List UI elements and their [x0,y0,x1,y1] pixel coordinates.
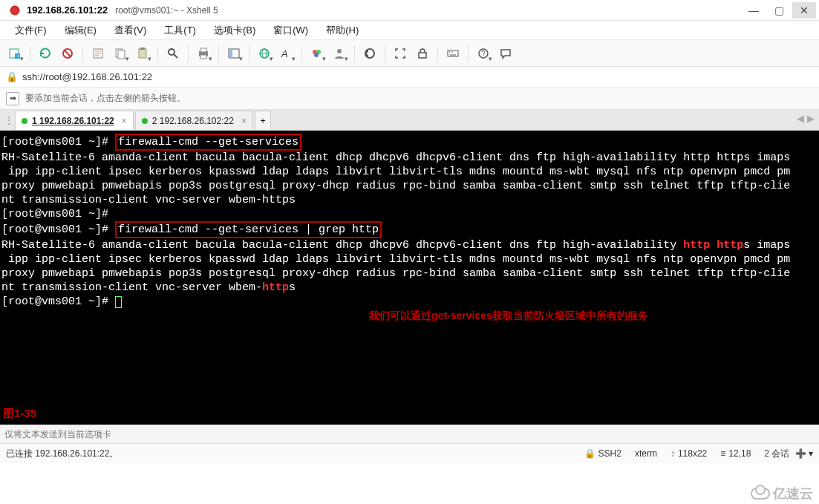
window-subtitle: root@vms001:~ - Xshell 5 [115,5,218,16]
disconnect-icon[interactable] [57,43,78,64]
tab-scroll-arrows[interactable]: ◀ ▶ [797,113,815,124]
command-text: firewall-cmd --get-services [118,136,298,148]
status-sessions: 2 会话 ➕ ▾ [764,448,813,460]
font-icon[interactable]: A [276,43,297,64]
terminal-output: ipp ipp-client ipsec kerberos kpasswd ld… [1,253,790,294]
status-dot-icon [22,118,27,124]
svg-point-27 [314,53,319,57]
menu-tabs[interactable]: 选项卡(B) [206,22,263,39]
status-protocol: 🔒 SSH2 [584,448,621,459]
svg-point-14 [169,49,174,55]
properties-icon[interactable] [88,43,108,64]
user-icon[interactable] [329,43,350,64]
panel-icon[interactable] [223,43,244,64]
tab-add-button[interactable]: + [255,111,271,130]
prompt: [root@vms001 ~]# [1,223,108,236]
grep-match: http [262,281,289,294]
address-bar: 🔒 ssh://root@192.168.26.101:22 [0,67,819,88]
svg-rect-13 [140,48,145,50]
compose-bar [0,425,819,444]
svg-text:A: A [281,48,288,59]
svg-point-28 [337,49,342,53]
tab-session-1[interactable]: 1 192.168.26.101:22 × [15,111,134,130]
tab-menu-icon[interactable]: ⋮ [3,111,15,130]
terminal-output: RH-Satellite-6 amanda-client bacula bacu… [1,151,790,206]
close-button[interactable]: ✕ [792,2,816,19]
svg-point-0 [10,6,19,15]
menu-file[interactable]: 文件(F) [7,22,54,39]
title-bar: 192.168.26.101:22 root@vms001:~ - Xshell… [0,0,819,21]
print-icon[interactable] [193,43,214,64]
toolbar: + A ? [0,40,819,67]
add-session-arrow-button[interactable]: ➡ [6,92,19,105]
menu-edit[interactable]: 编辑(E) [57,22,104,39]
menu-tools[interactable]: 工具(T) [157,22,203,39]
tab-label: 1 192.168.26.101:22 [32,116,114,126]
terminal[interactable]: [root@vms001 ~]# firewall-cmd --get-serv… [0,131,819,425]
cursor-icon [115,296,122,308]
grep-match: http [717,239,743,252]
status-terminal-type: xterm [635,448,657,459]
status-connection: 已连接 192.168.26.101:22。 [6,448,118,460]
fullscreen-icon[interactable] [390,43,411,64]
window-title: 192.168.26.101:22 [27,4,108,16]
encoding-icon[interactable] [254,43,275,64]
compose-input[interactable] [0,429,819,439]
menu-view[interactable]: 查看(V) [107,22,154,39]
highlight-box: firewall-cmd --get-services | grep http [115,221,382,238]
svg-rect-30 [419,53,426,58]
tab-close-icon[interactable]: × [241,116,247,126]
svg-text:+: + [16,53,20,59]
svg-rect-18 [200,55,206,59]
new-session-icon[interactable]: + [4,43,25,64]
prompt: [root@vms001 ~]# [1,136,108,148]
status-size: 118x22 [670,448,707,459]
minimize-button[interactable]: — [742,2,766,19]
menu-bar: 文件(F) 编辑(E) 查看(V) 工具(T) 选项卡(B) 窗口(W) 帮助(… [0,21,819,40]
svg-rect-20 [229,49,232,58]
script-icon[interactable] [359,43,380,64]
svg-line-5 [65,50,71,56]
command-text: firewall-cmd --get-services | grep http [118,223,379,236]
help-icon[interactable]: ? [473,43,494,64]
figure-label: 图1-35 [3,406,36,420]
status-dot-icon [142,118,148,124]
status-bar: 已连接 192.168.26.101:22。 🔒 SSH2 xterm 118x… [0,444,819,463]
app-logo-icon [9,4,21,16]
chat-icon[interactable] [495,43,516,64]
color-icon[interactable] [307,43,327,64]
ssh-lock-icon: 🔒 [6,71,18,82]
svg-rect-12 [139,49,146,58]
copy-icon[interactable] [110,43,131,64]
address-text[interactable]: ssh://root@192.168.26.101:22 [22,71,152,82]
reconnect-icon[interactable] [35,43,56,64]
highlight-box: firewall-cmd --get-services [115,134,301,151]
cloud-icon [751,488,770,500]
svg-rect-17 [200,48,206,52]
prompt: [root@vms001 ~]# [1,295,108,308]
tab-close-icon[interactable]: × [122,116,127,126]
tab-bar: ⋮ 1 192.168.26.101:22 × 2 192.168.26.102… [0,110,819,131]
grep-match: http [683,239,710,252]
svg-rect-11 [118,50,125,59]
watermark-text: 亿速云 [773,485,813,503]
status-cursor-pos: ≡ 12,18 [720,448,751,459]
svg-line-15 [174,54,177,58]
search-icon[interactable] [163,43,183,64]
terminal-output: RH-Satellite-6 amanda-client bacula bacu… [1,239,683,252]
tab-session-2[interactable]: 2 192.168.26.102:22 × [135,111,253,130]
paste-icon[interactable] [132,43,153,64]
keyboard-icon[interactable] [443,43,463,64]
annotation-text: 我们可以通过get-services获取当前防火墙区域中所有的服务 [369,310,648,321]
hint-text: 要添加当前会话，点击左侧的箭头按钮。 [25,92,186,105]
menu-window[interactable]: 窗口(W) [266,22,316,39]
svg-text:?: ? [481,50,486,58]
lock-icon[interactable] [412,43,433,64]
watermark: 亿速云 [751,485,813,503]
maximize-button[interactable]: ▢ [767,2,791,19]
tab-label: 2 192.168.26.102:22 [152,116,234,126]
svg-rect-31 [448,50,458,56]
hint-bar: ➡ 要添加当前会话，点击左侧的箭头按钮。 [0,88,819,110]
menu-help[interactable]: 帮助(H) [319,22,366,39]
prompt: [root@vms001 ~]# [1,208,108,220]
